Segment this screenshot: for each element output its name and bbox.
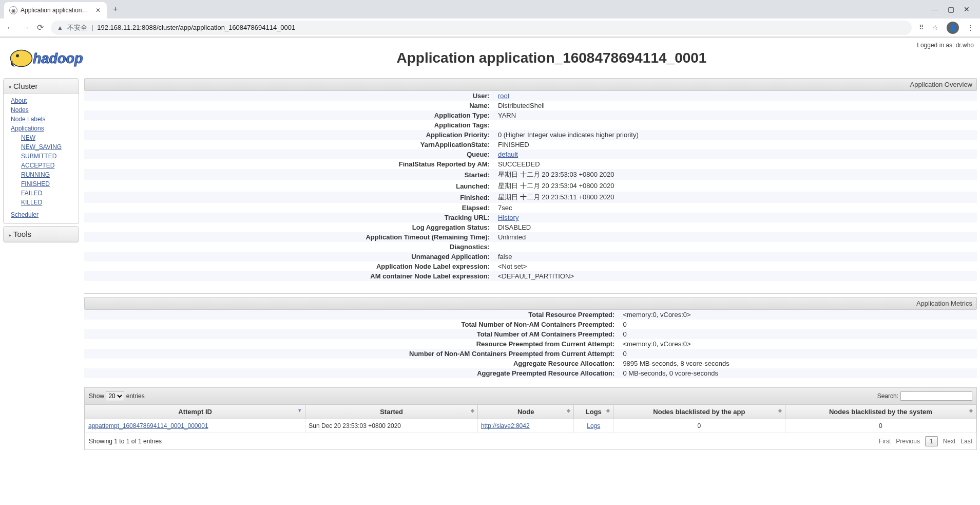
sidebar-cluster-box: ▾Cluster About Nodes Node Labels Applica…: [3, 78, 79, 224]
kv-key: User:: [84, 91, 495, 101]
search-label: Search:: [877, 392, 898, 400]
separator: [84, 293, 977, 294]
maximize-icon[interactable]: ▢: [948, 5, 954, 13]
tab-title: Application application_1608…: [21, 7, 91, 14]
translate-icon[interactable]: ⠿: [919, 24, 924, 31]
star-icon[interactable]: ☆: [932, 24, 938, 31]
kv-value: root: [495, 91, 977, 101]
sort-icon: ◆: [471, 408, 474, 413]
table-cell: Logs: [574, 419, 613, 433]
table-controls: Show 20 entries Search:: [85, 388, 976, 404]
address-bar[interactable]: ▲ 不安全 | 192.168.11.21:8088/cluster/app/a…: [51, 21, 912, 35]
sidebar-link-new-saving[interactable]: NEW_SAVING: [21, 142, 73, 152]
kv-key: Resource Preempted from Current Attempt:: [84, 339, 620, 349]
pager-first[interactable]: First: [879, 438, 891, 445]
sort-icon: ◆: [567, 408, 570, 413]
search-input[interactable]: [900, 391, 972, 401]
back-icon[interactable]: ←: [6, 23, 14, 32]
sidebar-link-nodes[interactable]: Nodes: [11, 105, 73, 115]
attempts-table: Attempt ID▼ Started◆ Node◆ Logs◆ Nodes b…: [85, 404, 976, 433]
kv-key: Application Timeout (Remaining Time):: [84, 232, 495, 242]
sort-icon: ◆: [606, 408, 610, 413]
kv-value: 星期日 十二月 20 23:53:03 +0800 2020: [495, 169, 977, 180]
hadoop-logo[interactable]: hadoop: [7, 43, 130, 73]
kv-value: FINISHED: [495, 140, 977, 149]
insecure-label: 不安全: [67, 23, 87, 32]
new-tab-button[interactable]: +: [109, 3, 122, 16]
tab-bar: ◉ Application application_1608… ✕ + — ▢ …: [0, 0, 980, 18]
svg-point-1: [16, 54, 19, 58]
sidebar-link-accepted[interactable]: ACCEPTED: [21, 161, 73, 170]
cell-link[interactable]: Logs: [587, 422, 600, 429]
pager-last[interactable]: Last: [960, 438, 972, 445]
kv-value: 7sec: [495, 203, 977, 213]
pager: First Previous 1 Next Last: [879, 436, 972, 446]
kv-value: 星期日 十二月 20 23:53:11 +0800 2020: [495, 192, 977, 203]
kv-key: Number of Non-AM Containers Preempted fr…: [84, 349, 620, 359]
cell-link[interactable]: http://slave2:8042: [481, 422, 530, 429]
sidebar-link-killed[interactable]: KILLED: [21, 198, 73, 207]
table-row: appattempt_1608478694114_0001_000001Sun …: [85, 419, 976, 433]
kv-key: Application Tags:: [84, 120, 495, 130]
profile-icon[interactable]: 👤: [947, 22, 959, 34]
sidebar-link-failed[interactable]: FAILED: [21, 189, 73, 198]
sidebar-link-node-labels[interactable]: Node Labels: [11, 115, 73, 124]
kv-link[interactable]: default: [498, 151, 518, 158]
caret-right-icon: ▸: [9, 232, 11, 238]
col-started[interactable]: Started◆: [305, 405, 478, 419]
col-attempt-id[interactable]: Attempt ID▼: [85, 405, 305, 419]
close-tab-icon[interactable]: ✕: [94, 7, 102, 14]
sidebar: ▾Cluster About Nodes Node Labels Applica…: [3, 78, 79, 245]
attempts-wrap: Show 20 entries Search: Attempt ID▼ Star…: [84, 387, 977, 450]
overview-table: User:rootName:DistributedShellApplicatio…: [84, 91, 977, 281]
show-entries-select[interactable]: 20: [106, 391, 124, 401]
kv-value: 0: [620, 320, 977, 329]
kv-value: <DEFAULT_PARTITION>: [495, 271, 977, 281]
sidebar-link-submitted[interactable]: SUBMITTED: [21, 152, 73, 161]
sidebar-link-finished[interactable]: FINISHED: [21, 179, 73, 189]
overview-head: Application Overview: [84, 78, 977, 91]
sidebar-link-scheduler[interactable]: Scheduler: [11, 210, 73, 219]
nav-bar: ← → ⟳ ▲ 不安全 | 192.168.11.21:8088/cluster…: [0, 18, 980, 37]
sidebar-cluster-head[interactable]: ▾Cluster: [4, 79, 79, 94]
kv-key: Aggregate Preempted Resource Allocation:: [84, 368, 620, 378]
kv-value: [495, 120, 977, 130]
sidebar-link-about[interactable]: About: [11, 96, 73, 105]
table-cell: Sun Dec 20 23:53:03 +0800 2020: [305, 419, 478, 433]
cell-link[interactable]: appattempt_1608478694114_0001_000001: [88, 422, 208, 429]
col-logs[interactable]: Logs◆: [574, 405, 613, 419]
kv-key: Aggregate Resource Allocation:: [84, 359, 620, 368]
sidebar-tools-head[interactable]: ▸Tools: [4, 227, 79, 242]
col-node[interactable]: Node◆: [477, 405, 574, 419]
svg-text:hadoop: hadoop: [33, 51, 83, 66]
kv-value: 星期日 十二月 20 23:53:04 +0800 2020: [495, 180, 977, 192]
col-bl-app[interactable]: Nodes blacklisted by the app◆: [613, 405, 785, 419]
kv-link[interactable]: root: [498, 92, 509, 100]
kv-value: false: [495, 252, 977, 261]
sidebar-link-running[interactable]: RUNNING: [21, 170, 73, 179]
kv-value: <Not set>: [495, 261, 977, 271]
sidebar-link-new[interactable]: NEW: [21, 133, 73, 142]
close-window-icon[interactable]: ✕: [964, 5, 970, 13]
col-bl-sys[interactable]: Nodes blacklisted by the system◆: [785, 405, 976, 419]
kv-value: 0: [620, 329, 977, 339]
forward-icon[interactable]: →: [22, 23, 30, 32]
reload-icon[interactable]: ⟳: [37, 23, 44, 32]
table-info: Showing 1 to 1 of 1 entries: [89, 438, 162, 445]
kv-key: Queue:: [84, 149, 495, 159]
minimize-icon[interactable]: —: [931, 5, 938, 13]
pager-current[interactable]: 1: [925, 436, 938, 446]
kv-link[interactable]: History: [498, 214, 518, 221]
sidebar-tools-box: ▸Tools: [3, 226, 79, 242]
kv-key: Finished:: [84, 192, 495, 203]
pager-next[interactable]: Next: [943, 438, 956, 445]
sidebar-link-applications[interactable]: Applications: [11, 124, 73, 133]
pager-prev[interactable]: Previous: [896, 438, 920, 445]
sort-icon: ◆: [969, 408, 973, 413]
browser-tab[interactable]: ◉ Application application_1608… ✕: [4, 2, 107, 18]
menu-icon[interactable]: ⋮: [967, 24, 974, 31]
browser-chrome: ◉ Application application_1608… ✕ + — ▢ …: [0, 0, 980, 38]
page-title: Application application_1608478694114_00…: [130, 50, 973, 66]
kv-key: Elapsed:: [84, 203, 495, 213]
kv-value: 0 MB-seconds, 0 vcore-seconds: [620, 368, 977, 378]
